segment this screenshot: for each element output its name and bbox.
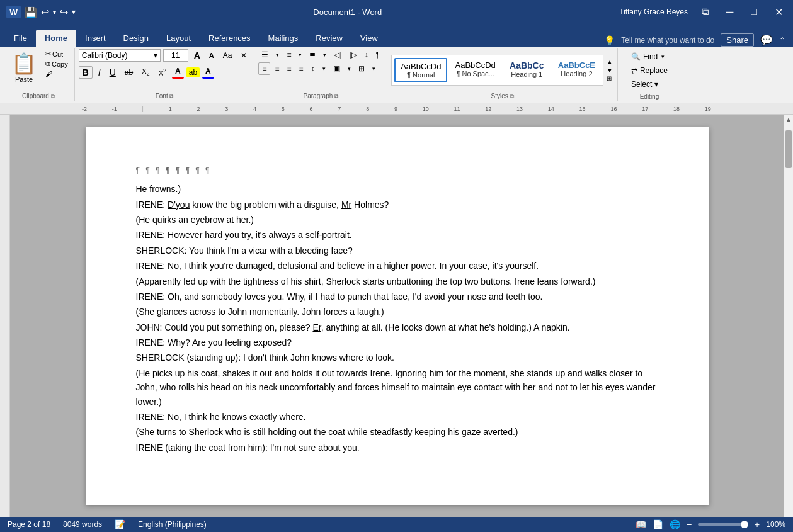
scroll-up-button[interactable]: ▲ [784,115,793,124]
align-center-button[interactable]: ≡ [271,63,282,74]
language[interactable]: English (Philippines) [138,520,207,529]
read-mode-icon[interactable]: 📖 [636,519,646,529]
line-7[interactable]: (Apparently fed up with the tightness of… [136,274,659,288]
web-layout-icon[interactable]: 🌐 [670,519,680,529]
line-2[interactable]: IRENE: D'you know the big problem with a… [136,198,659,212]
collapse-ribbon-icon[interactable]: ⌃ [779,36,785,45]
line-spacing-button[interactable]: ↕ [308,63,318,74]
copy-button[interactable]: ⧉Copy [43,59,71,69]
line-10[interactable]: JOHN: Could you put something on, please… [136,320,659,334]
line-14[interactable]: IRENE: No, I think he knows exactly wher… [136,410,659,424]
multilevel-chevron[interactable]: ▾ [320,50,329,59]
font-color-button[interactable]: A [172,65,184,79]
justify-button[interactable]: ≡ [296,63,307,74]
shading-chevron[interactable]: ▾ [345,64,354,73]
highlight-button[interactable]: ab [186,67,200,77]
tab-home[interactable]: Home [36,30,76,47]
proofing-icon[interactable]: 📝 [115,519,125,529]
paste-button[interactable]: 📋 Paste [6,49,42,86]
subscript-button[interactable]: X2 [139,66,152,78]
line-11[interactable]: IRENE: Why? Are you feeling exposed? [136,336,659,349]
bold-button[interactable]: B [79,66,93,79]
format-painter-button[interactable]: 🖌 [43,69,71,78]
numbering-button[interactable]: ≡ [283,49,294,60]
line-15[interactable]: (She turns to Sherlock who is still hold… [136,425,659,439]
numbering-chevron[interactable]: ▾ [295,50,305,59]
font-grow-button[interactable]: A [191,49,203,62]
strikethrough-button[interactable]: ab [122,67,136,77]
font-size-dropdown[interactable]: 11 [163,49,188,62]
line-13[interactable]: (He picks up his coat, shakes it out and… [136,366,659,409]
document-scroll-area[interactable]: ¶ ¶ ¶ ¶ ¶ ¶ ¶ ¶ He frowns.) IRENE: D'you… [10,115,784,517]
tab-view[interactable]: View [351,30,387,47]
undo-dropdown-icon[interactable]: ▾ [53,9,56,16]
styles-expand[interactable]: ⊞ [606,74,613,82]
tab-layout[interactable]: Layout [157,30,200,47]
find-chevron[interactable]: ▾ [661,54,665,60]
increase-indent-button[interactable]: |▷ [346,49,360,60]
borders-button[interactable]: ⊞ [355,63,368,74]
zoom-in-button[interactable]: + [755,519,760,529]
tab-review[interactable]: Review [307,30,351,47]
font-name-dropdown[interactable]: Calibri (Body) ▾ [79,49,161,62]
show-hide-button[interactable]: ¶ [373,49,383,60]
line-6[interactable]: IRENE: No, I think you're damaged, delus… [136,259,659,273]
shading-button[interactable]: ▣ [330,63,343,74]
tab-insert[interactable]: Insert [76,30,115,47]
zoom-thumb[interactable] [741,521,748,528]
bullets-button[interactable]: ☰ [258,49,271,60]
styles-scroll-up[interactable]: ▲ [606,58,613,66]
bullets-chevron[interactable]: ▾ [273,50,282,59]
tab-references[interactable]: References [200,30,259,47]
vertical-scrollbar[interactable]: ▲ [784,115,793,517]
change-case-button[interactable]: Aa [220,50,236,61]
tab-mailings[interactable]: Mailings [260,30,307,47]
print-layout-icon[interactable]: 📄 [653,519,663,529]
line-5[interactable]: SHERLOCK: You think I'm a vicar with a b… [136,244,659,258]
multilevel-button[interactable]: ≣ [306,49,319,60]
tell-me-input[interactable]: Tell me what you want to do [621,36,714,45]
restore-window-icon[interactable]: ⧉ [698,5,712,19]
undo-icon[interactable]: ↩ [41,6,49,18]
scroll-thumb[interactable] [785,130,792,168]
font-shrink-button[interactable]: A [206,50,217,60]
font-color2-button[interactable]: A [202,65,214,79]
align-right-button[interactable]: ≡ [283,63,294,74]
zoom-slider[interactable] [698,523,748,526]
style-no-spacing[interactable]: AaBbCcDd ¶ No Spac... [450,58,500,82]
line-16[interactable]: IRENE (taking the coat from him): I'm no… [136,441,659,455]
style-heading1[interactable]: AaBbCc Heading 1 [503,58,551,82]
line-8[interactable]: IRENE: Oh, and somebody loves you. Why, … [136,290,659,303]
line-spacing-chevron[interactable]: ▾ [319,64,329,73]
replace-button[interactable]: ⇄ Replace [627,64,671,77]
superscript-button[interactable]: X2 [156,66,169,78]
share-button[interactable]: Share [721,33,754,47]
document-page[interactable]: ¶ ¶ ¶ ¶ ¶ ¶ ¶ ¶ He frowns.) IRENE: D'you… [86,127,709,505]
decrease-indent-button[interactable]: ◁| [331,49,345,60]
styles-scroll-down[interactable]: ▼ [606,66,613,74]
redo-icon[interactable]: ↪ [60,6,68,18]
tab-file[interactable]: File [5,30,36,47]
select-button[interactable]: Select ▾ [627,78,671,91]
line-4[interactable]: IRENE: However hard you try, it's always… [136,228,659,242]
borders-chevron[interactable]: ▾ [369,64,379,73]
sort-button[interactable]: ↕ [362,49,372,60]
line-1[interactable]: He frowns.) [136,182,659,196]
line-12[interactable]: SHERLOCK (standing up): I don't think Jo… [136,351,659,365]
comment-icon[interactable]: 💬 [760,34,773,46]
tab-design[interactable]: Design [115,30,157,47]
underline-button[interactable]: U [106,67,119,78]
clear-formatting-button[interactable]: ✕ [237,50,250,61]
find-button[interactable]: 🔍 Find ▾ [627,50,671,63]
maximize-icon[interactable]: □ [747,5,761,19]
line-3[interactable]: (He quirks an eyebrow at her.) [136,213,659,227]
zoom-out-button[interactable]: − [687,519,692,529]
align-left-button[interactable]: ≡ [258,62,270,75]
line-9[interactable]: (She glances across to John momentarily.… [136,305,659,319]
customize-icon[interactable]: ▾ [72,8,76,16]
minimize-icon[interactable]: ─ [722,5,737,19]
style-normal[interactable]: AaBbCcDd ¶ Normal [394,58,447,82]
style-heading2[interactable]: AaBbCcE Heading 2 [553,58,600,82]
cut-button[interactable]: ✂Cut [43,49,71,59]
close-icon[interactable]: ✕ [771,5,787,20]
